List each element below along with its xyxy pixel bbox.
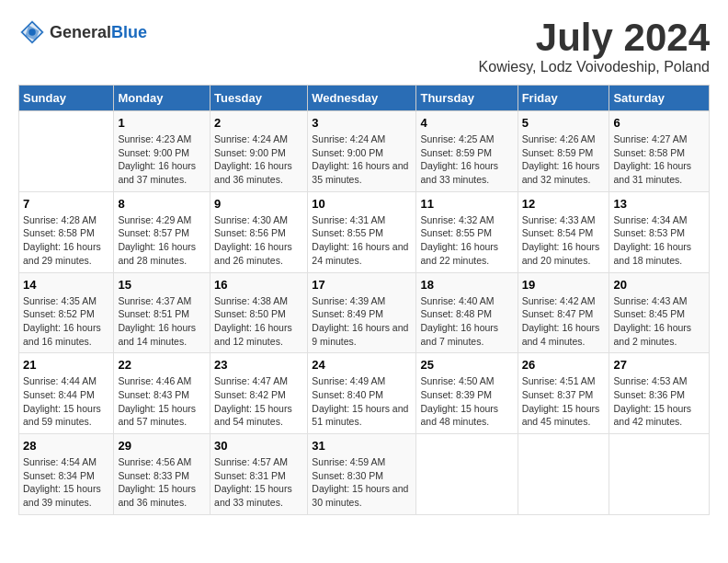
cell-date-number: 4	[420, 116, 513, 130]
day-header-thursday: Thursday	[416, 86, 518, 111]
calendar-cell: 26Sunrise: 4:51 AM Sunset: 8:37 PM Dayli…	[518, 353, 609, 434]
cell-date-number: 23	[214, 358, 303, 372]
logo-icon	[18, 18, 46, 46]
cell-date-number: 19	[522, 278, 606, 292]
cell-date-number: 7	[23, 197, 109, 211]
cell-date-number: 27	[613, 358, 705, 372]
cell-date-number: 8	[118, 197, 206, 211]
calendar-cell: 24Sunrise: 4:49 AM Sunset: 8:40 PM Dayli…	[308, 353, 416, 434]
cell-sun-info: Sunrise: 4:47 AM Sunset: 8:42 PM Dayligh…	[214, 374, 303, 429]
cell-sun-info: Sunrise: 4:53 AM Sunset: 8:36 PM Dayligh…	[613, 374, 705, 429]
cell-date-number: 20	[613, 278, 705, 292]
calendar-cell: 27Sunrise: 4:53 AM Sunset: 8:36 PM Dayli…	[609, 353, 710, 434]
cell-sun-info: Sunrise: 4:42 AM Sunset: 8:47 PM Dayligh…	[522, 294, 606, 349]
cell-date-number: 22	[118, 358, 206, 372]
calendar-cell: 23Sunrise: 4:47 AM Sunset: 8:42 PM Dayli…	[210, 353, 308, 434]
cell-sun-info: Sunrise: 4:26 AM Sunset: 8:59 PM Dayligh…	[522, 132, 606, 187]
calendar-cell: 9Sunrise: 4:30 AM Sunset: 8:56 PM Daylig…	[210, 191, 308, 272]
cell-sun-info: Sunrise: 4:43 AM Sunset: 8:45 PM Dayligh…	[613, 294, 705, 349]
cell-date-number: 13	[613, 197, 705, 211]
cell-date-number: 26	[522, 358, 606, 372]
calendar-cell	[518, 434, 609, 515]
cell-sun-info: Sunrise: 4:56 AM Sunset: 8:33 PM Dayligh…	[118, 455, 206, 510]
cell-sun-info: Sunrise: 4:57 AM Sunset: 8:31 PM Dayligh…	[214, 455, 303, 510]
title-section: July 2024 Kowiesy, Lodz Voivodeship, Pol…	[479, 18, 710, 75]
calendar-header-row: SundayMondayTuesdayWednesdayThursdayFrid…	[19, 86, 710, 111]
cell-sun-info: Sunrise: 4:31 AM Sunset: 8:55 PM Dayligh…	[312, 213, 412, 268]
calendar-cell: 21Sunrise: 4:44 AM Sunset: 8:44 PM Dayli…	[19, 353, 114, 434]
calendar-cell: 14Sunrise: 4:35 AM Sunset: 8:52 PM Dayli…	[19, 272, 114, 353]
cell-sun-info: Sunrise: 4:44 AM Sunset: 8:44 PM Dayligh…	[23, 374, 109, 429]
cell-sun-info: Sunrise: 4:46 AM Sunset: 8:43 PM Dayligh…	[118, 374, 206, 429]
calendar-cell: 8Sunrise: 4:29 AM Sunset: 8:57 PM Daylig…	[114, 191, 210, 272]
calendar-cell: 30Sunrise: 4:57 AM Sunset: 8:31 PM Dayli…	[210, 434, 308, 515]
calendar-cell: 13Sunrise: 4:34 AM Sunset: 8:53 PM Dayli…	[609, 191, 710, 272]
cell-date-number: 11	[420, 197, 513, 211]
calendar-cell: 16Sunrise: 4:38 AM Sunset: 8:50 PM Dayli…	[210, 272, 308, 353]
calendar-week-row: 1Sunrise: 4:23 AM Sunset: 9:00 PM Daylig…	[19, 111, 710, 192]
calendar-cell: 5Sunrise: 4:26 AM Sunset: 8:59 PM Daylig…	[518, 111, 609, 192]
cell-sun-info: Sunrise: 4:25 AM Sunset: 8:59 PM Dayligh…	[420, 132, 513, 187]
cell-date-number: 15	[118, 278, 206, 292]
cell-sun-info: Sunrise: 4:39 AM Sunset: 8:49 PM Dayligh…	[312, 294, 412, 349]
cell-sun-info: Sunrise: 4:23 AM Sunset: 9:00 PM Dayligh…	[118, 132, 206, 187]
day-header-wednesday: Wednesday	[308, 86, 416, 111]
cell-sun-info: Sunrise: 4:33 AM Sunset: 8:54 PM Dayligh…	[522, 213, 606, 268]
logo-blue-text: Blue	[111, 23, 147, 42]
day-header-monday: Monday	[114, 86, 210, 111]
calendar-cell: 2Sunrise: 4:24 AM Sunset: 9:00 PM Daylig…	[210, 111, 308, 192]
cell-date-number: 9	[214, 197, 303, 211]
cell-date-number: 21	[23, 358, 109, 372]
day-header-tuesday: Tuesday	[210, 86, 308, 111]
calendar-week-row: 7Sunrise: 4:28 AM Sunset: 8:58 PM Daylig…	[19, 191, 710, 272]
cell-sun-info: Sunrise: 4:37 AM Sunset: 8:51 PM Dayligh…	[118, 294, 206, 349]
cell-date-number: 14	[23, 278, 109, 292]
cell-date-number: 25	[420, 358, 513, 372]
cell-date-number: 18	[420, 278, 513, 292]
cell-sun-info: Sunrise: 4:54 AM Sunset: 8:34 PM Dayligh…	[23, 455, 109, 510]
cell-date-number: 29	[118, 439, 206, 453]
calendar-cell	[416, 434, 518, 515]
cell-date-number: 2	[214, 116, 303, 130]
calendar-cell	[609, 434, 710, 515]
page-header: General Blue July 2024 Kowiesy, Lodz Voi…	[18, 18, 710, 75]
cell-sun-info: Sunrise: 4:27 AM Sunset: 8:58 PM Dayligh…	[613, 132, 705, 187]
calendar-cell: 11Sunrise: 4:32 AM Sunset: 8:55 PM Dayli…	[416, 191, 518, 272]
calendar-cell: 3Sunrise: 4:24 AM Sunset: 9:00 PM Daylig…	[308, 111, 416, 192]
calendar-table: SundayMondayTuesdayWednesdayThursdayFrid…	[18, 85, 710, 515]
cell-date-number: 28	[23, 439, 109, 453]
day-header-saturday: Saturday	[609, 86, 710, 111]
cell-date-number: 16	[214, 278, 303, 292]
calendar-week-row: 28Sunrise: 4:54 AM Sunset: 8:34 PM Dayli…	[19, 434, 710, 515]
cell-sun-info: Sunrise: 4:24 AM Sunset: 9:00 PM Dayligh…	[312, 132, 412, 187]
calendar-week-row: 21Sunrise: 4:44 AM Sunset: 8:44 PM Dayli…	[19, 353, 710, 434]
calendar-cell: 18Sunrise: 4:40 AM Sunset: 8:48 PM Dayli…	[416, 272, 518, 353]
calendar-cell: 31Sunrise: 4:59 AM Sunset: 8:30 PM Dayli…	[308, 434, 416, 515]
calendar-cell: 20Sunrise: 4:43 AM Sunset: 8:45 PM Dayli…	[609, 272, 710, 353]
logo: General Blue	[18, 18, 147, 46]
cell-sun-info: Sunrise: 4:30 AM Sunset: 8:56 PM Dayligh…	[214, 213, 303, 268]
calendar-cell: 15Sunrise: 4:37 AM Sunset: 8:51 PM Dayli…	[114, 272, 210, 353]
location-subtitle: Kowiesy, Lodz Voivodeship, Poland	[479, 59, 710, 75]
cell-date-number: 30	[214, 439, 303, 453]
cell-date-number: 6	[613, 116, 705, 130]
calendar-cell: 12Sunrise: 4:33 AM Sunset: 8:54 PM Dayli…	[518, 191, 609, 272]
calendar-cell: 10Sunrise: 4:31 AM Sunset: 8:55 PM Dayli…	[308, 191, 416, 272]
calendar-week-row: 14Sunrise: 4:35 AM Sunset: 8:52 PM Dayli…	[19, 272, 710, 353]
cell-sun-info: Sunrise: 4:50 AM Sunset: 8:39 PM Dayligh…	[420, 374, 513, 429]
cell-sun-info: Sunrise: 4:34 AM Sunset: 8:53 PM Dayligh…	[613, 213, 705, 268]
svg-point-3	[28, 29, 36, 36]
calendar-cell: 1Sunrise: 4:23 AM Sunset: 9:00 PM Daylig…	[114, 111, 210, 192]
calendar-cell: 4Sunrise: 4:25 AM Sunset: 8:59 PM Daylig…	[416, 111, 518, 192]
cell-date-number: 5	[522, 116, 606, 130]
cell-date-number: 3	[312, 116, 412, 130]
cell-sun-info: Sunrise: 4:59 AM Sunset: 8:30 PM Dayligh…	[312, 455, 412, 510]
cell-sun-info: Sunrise: 4:32 AM Sunset: 8:55 PM Dayligh…	[420, 213, 513, 268]
logo-general-text: General	[50, 23, 111, 42]
cell-date-number: 12	[522, 197, 606, 211]
calendar-cell: 19Sunrise: 4:42 AM Sunset: 8:47 PM Dayli…	[518, 272, 609, 353]
cell-date-number: 31	[312, 439, 412, 453]
cell-date-number: 17	[312, 278, 412, 292]
cell-sun-info: Sunrise: 4:38 AM Sunset: 8:50 PM Dayligh…	[214, 294, 303, 349]
day-header-sunday: Sunday	[19, 86, 114, 111]
